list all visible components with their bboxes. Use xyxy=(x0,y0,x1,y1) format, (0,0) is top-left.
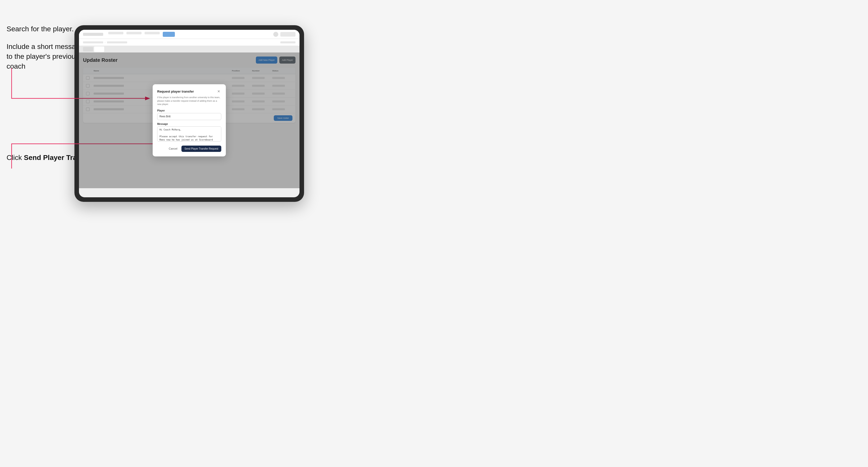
player-label: Player xyxy=(157,109,221,112)
modal-overlay: Request player transfer ✕ If the player … xyxy=(79,53,300,188)
tab-active[interactable] xyxy=(94,46,104,52)
breadcrumb: › xyxy=(83,41,127,44)
search-instruction: Search for the player. xyxy=(6,24,74,34)
breadcrumb-item-2 xyxy=(107,41,127,43)
request-transfer-modal: Request player transfer ✕ If the player … xyxy=(153,84,226,156)
tab-1[interactable] xyxy=(83,47,93,52)
modal-header: Request player transfer ✕ xyxy=(157,89,221,94)
player-input[interactable] xyxy=(157,113,221,120)
app-subheader: › xyxy=(79,39,300,46)
breadcrumb-separator: › xyxy=(105,41,105,44)
nav-avatar xyxy=(273,32,278,37)
nav-item-3 xyxy=(145,32,160,34)
nav-item-2 xyxy=(126,32,142,34)
app-logo xyxy=(83,33,103,36)
nav-item-active[interactable] xyxy=(163,32,175,37)
breadcrumb-item-1 xyxy=(83,41,103,43)
app-tabs xyxy=(79,46,300,53)
message-label: Message xyxy=(157,123,221,125)
app-header xyxy=(79,30,300,39)
modal-description: If the player is transferring from anoth… xyxy=(157,96,221,106)
tablet-device: › Update Roster Add New Player Add Playe… xyxy=(74,25,304,202)
message-instruction: Include a short message to the player's … xyxy=(6,42,84,71)
nav-btn xyxy=(280,32,296,37)
send-transfer-request-button[interactable]: Send Player Transfer Request xyxy=(181,146,221,152)
tablet-screen: › Update Roster Add New Player Add Playe… xyxy=(79,30,300,197)
modal-title: Request player transfer xyxy=(157,90,194,93)
nav-items xyxy=(108,32,268,37)
modal-footer: Cancel Send Player Transfer Request xyxy=(157,146,221,152)
nav-right xyxy=(273,32,296,37)
app-content: Update Roster Add New Player Add Player … xyxy=(79,53,300,188)
breadcrumb-right xyxy=(280,41,296,43)
modal-close-button[interactable]: ✕ xyxy=(216,89,221,94)
nav-item-1 xyxy=(108,32,123,34)
message-textarea[interactable]: Hi Coach McHarg, Please accept this tran… xyxy=(157,126,221,142)
cancel-button[interactable]: Cancel xyxy=(167,146,179,151)
